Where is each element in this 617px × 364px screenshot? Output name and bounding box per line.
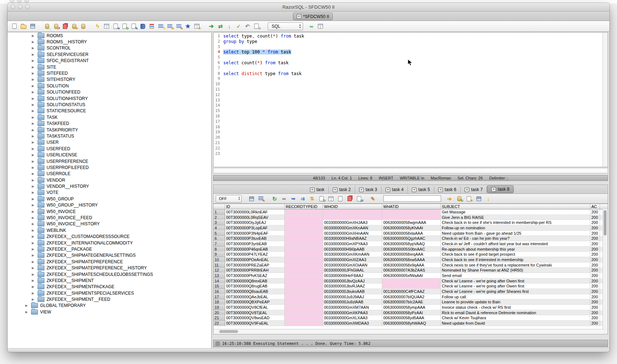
window-titlebar[interactable]: RazorSQL - SFDCW50 II xyxy=(8,3,609,12)
table-cell[interactable]: 006300000058xlaAAA xyxy=(382,231,441,236)
table-cell[interactable]: Re-approach about membership this year xyxy=(441,247,590,252)
table-cell[interactable]: 00T3000000P3yrbEAB xyxy=(225,241,285,247)
table-cell[interactable] xyxy=(382,278,441,284)
disclosure-triangle-icon[interactable]: ▶ xyxy=(32,166,35,169)
row-number-cell[interactable]: 8 xyxy=(213,247,225,252)
table-cell[interactable]: 200 xyxy=(590,209,600,215)
table-row[interactable]: 200T3000000L0RqSEAVGive Jenn a BIG RAISE… xyxy=(213,215,608,220)
column-header-ID[interactable]: ID xyxy=(225,204,285,209)
results-tab-task-3[interactable]: ×task 3 xyxy=(355,186,381,193)
tab-close-icon[interactable]: × xyxy=(465,187,469,192)
table-row[interactable]: 2100T3000000QV8wsEAD0033000000GmXLXAA300… xyxy=(213,315,608,321)
code-line[interactable] xyxy=(223,108,603,114)
disclosure-triangle-icon[interactable]: ▶ xyxy=(32,298,35,301)
table-cell[interactable]: 00630000007bIc2AAE xyxy=(382,299,441,305)
table-cell[interactable]: 006300000058yhWAAQ xyxy=(382,321,441,326)
code-line[interactable] xyxy=(223,103,603,108)
disclosure-triangle-icon[interactable]: ▶ xyxy=(32,97,35,100)
disclosure-triangle-icon[interactable]: ▶ xyxy=(32,59,35,62)
table-cell[interactable] xyxy=(382,215,441,220)
tree-item[interactable]: ▶SITEFEED xyxy=(8,70,211,76)
disclosure-triangle-icon[interactable]: ▶ xyxy=(32,222,35,226)
row-number-cell[interactable]: 7 xyxy=(213,241,225,247)
table-cell[interactable] xyxy=(323,215,382,220)
table-cell[interactable] xyxy=(285,273,323,278)
tree-item[interactable]: ▶SOLUTIONFEED xyxy=(8,89,211,95)
results-search-input[interactable] xyxy=(383,195,441,202)
copy-results-icon[interactable] xyxy=(346,195,353,202)
row-number-cell[interactable]: 1 xyxy=(213,209,225,215)
table-cell[interactable]: 00T3000000OiyJgEAJ xyxy=(225,220,285,225)
row-number-cell[interactable]: 17 xyxy=(213,294,225,300)
export-query-icon[interactable]: ➔ xyxy=(112,23,119,30)
code-line[interactable]: select type, count(*) from task xyxy=(223,34,603,39)
table-cell[interactable]: 0033000000Ju9J9AAJ xyxy=(323,294,382,300)
tree-item[interactable]: ▶USERFEED xyxy=(8,146,211,152)
table-cell[interactable]: Get Massage xyxy=(441,209,590,215)
table-cell[interactable]: 00T3000000L0RqSEAV xyxy=(225,215,285,220)
disclosure-triangle-icon[interactable]: ▶ xyxy=(32,279,35,282)
tab-close-icon[interactable]: × xyxy=(438,187,443,192)
code-line[interactable] xyxy=(223,98,603,103)
table-cell[interactable]: 0033000000GmXKnAAN xyxy=(323,225,382,231)
results-tab-task-2[interactable]: ×task 2 xyxy=(329,186,355,193)
favorites-icon[interactable]: ★ xyxy=(185,23,191,30)
filter-results-icon[interactable]: ✎ xyxy=(258,195,264,202)
scroll-thumb[interactable] xyxy=(219,330,238,333)
table-cell[interactable] xyxy=(323,209,382,215)
table-row[interactable]: 800T3000000P46qnEAB0033000000H9i0pAAB006… xyxy=(213,247,608,252)
table-row[interactable]: 400T3000000P3LopEAF0033000000GmXKnAAN006… xyxy=(213,225,608,231)
table-cell[interactable]: Leanne to provide update to Bain xyxy=(441,299,590,305)
save-results-icon[interactable] xyxy=(248,195,255,202)
table-cell[interactable]: 00T3000000QV9FaEAL xyxy=(225,321,285,326)
table-cell[interactable]: Check back to see if interested in membe… xyxy=(441,257,590,263)
refresh-results-icon[interactable]: ↻ xyxy=(271,195,278,202)
table-row[interactable]: 2200T3000000QV9FaEAL0033000000GmXMDAA300… xyxy=(213,321,608,326)
disclosure-triangle-icon[interactable]: ▶ xyxy=(32,160,35,163)
table-cell[interactable] xyxy=(285,247,323,252)
table-cell[interactable]: 200 xyxy=(590,236,600,241)
table-cell[interactable]: 006300000058yPzAAI xyxy=(382,310,441,316)
table-cell[interactable]: 0033000000GmXIZAA3 xyxy=(323,257,382,263)
row-number-cell[interactable]: 13 xyxy=(213,273,225,278)
table-cell[interactable]: 200 xyxy=(590,315,600,321)
table-cell[interactable] xyxy=(285,289,323,294)
tree-item[interactable]: ▶ZKFEDEX__SHIPMENT xyxy=(8,277,211,283)
table-cell[interactable]: 200 xyxy=(590,294,600,300)
code-line[interactable] xyxy=(223,135,603,140)
go-icon[interactable]: ➔ xyxy=(208,23,215,30)
table-cell[interactable] xyxy=(285,294,323,300)
edit-query-icon[interactable]: ✎ xyxy=(130,23,137,30)
table-cell[interactable]: Rick to email David & reference Delmonte… xyxy=(441,310,590,316)
disclosure-triangle-icon[interactable]: ▶ xyxy=(32,210,35,213)
row-limit-select[interactable]: OFF ▲▼ xyxy=(216,195,242,203)
fetch-icon[interactable]: ↓ xyxy=(226,23,233,30)
transpose-view-icon[interactable]: ⇄ xyxy=(356,195,362,202)
code-line[interactable] xyxy=(223,44,603,50)
table-cell[interactable]: 006300000058xrqAAA xyxy=(382,252,441,257)
table-cell[interactable]: 006300000058yKhAAI xyxy=(382,225,441,231)
table-cell[interactable]: 00T3000000P46qnEAB xyxy=(225,247,285,252)
table-cell[interactable]: 0033000000GmXHJAA3 xyxy=(323,220,382,225)
table-cell[interactable]: Check-in w/ Ed - can he join this year? xyxy=(441,236,590,241)
table-cell[interactable] xyxy=(285,315,323,321)
table-cell[interactable]: 0033000000Ju9zlAAB xyxy=(323,299,382,305)
results-tab-task[interactable]: ×task xyxy=(306,186,329,193)
column-header-rownum[interactable] xyxy=(213,204,225,209)
code-line[interactable] xyxy=(223,76,603,82)
table-cell[interactable]: Follow-up on nomination xyxy=(441,225,590,231)
results-tab-task-8[interactable]: ×task 8 xyxy=(487,185,514,193)
save-icon[interactable] xyxy=(29,23,36,30)
row-number-cell[interactable]: 3 xyxy=(213,220,225,225)
table-cell[interactable]: 0033000000JbvRJAAZ xyxy=(323,283,382,289)
tree-item[interactable]: ▶ROOMS__HISTORY xyxy=(8,39,211,45)
table-cell[interactable] xyxy=(285,241,323,247)
table-cell[interactable]: 200 xyxy=(590,283,600,289)
table-cell[interactable]: 0033000000GmXOiAAN xyxy=(323,263,382,268)
disclosure-triangle-icon[interactable]: ▶ xyxy=(32,46,35,50)
table-cell[interactable]: 200 xyxy=(590,263,600,268)
table-cell[interactable] xyxy=(285,310,323,316)
table-cell[interactable]: 0033000000GmXKmAAN xyxy=(323,252,382,257)
table-horizontal-scrollbar[interactable] xyxy=(213,329,604,334)
disclosure-triangle-icon[interactable]: ▶ xyxy=(32,273,35,276)
